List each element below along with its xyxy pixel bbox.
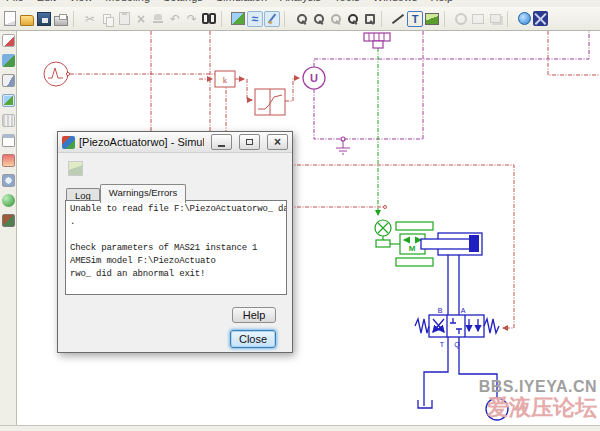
menu-help[interactable]: Help xyxy=(430,0,453,3)
frame-icon[interactable] xyxy=(470,11,486,27)
svg-text:U: U xyxy=(310,72,318,84)
new-document-icon[interactable] xyxy=(2,11,18,27)
log-line: Unable to read file F:\PiezoActuatorwo_ … xyxy=(70,203,282,216)
side-toolbar xyxy=(0,31,17,425)
hydraulic-lines xyxy=(424,337,497,406)
electrical-ground[interactable] xyxy=(336,137,350,154)
menu-edit[interactable]: Edit xyxy=(37,0,56,3)
log-line: Check parameters of MAS21 instance 1 xyxy=(70,242,282,255)
simulation-dialog: [PiezoActuatorwo] - Simulation... Log Wa… xyxy=(57,131,293,353)
zoom-in-icon[interactable] xyxy=(293,11,309,27)
image-tool-icon[interactable] xyxy=(424,11,440,27)
menu-file[interactable]: File xyxy=(6,0,24,3)
text-tool-icon[interactable] xyxy=(407,11,423,27)
menu-view[interactable]: View xyxy=(69,0,93,3)
cut-icon[interactable] xyxy=(82,11,98,27)
dialog-title-bar[interactable]: [PiezoActuatorwo] - Simulation... xyxy=(58,132,292,153)
close-button[interactable]: Close xyxy=(230,330,276,348)
directional-valve[interactable]: B A T Q xyxy=(415,307,499,349)
app-icon xyxy=(62,136,75,149)
svg-text:M: M xyxy=(409,244,416,253)
side-tool-6-icon[interactable] xyxy=(2,134,15,147)
side-tool-10-icon[interactable] xyxy=(2,214,15,227)
close-icon[interactable] xyxy=(267,134,288,150)
side-tool-5-icon[interactable] xyxy=(2,114,15,127)
tab-warnings-errors[interactable]: Warnings/Errors xyxy=(100,184,186,203)
side-tool-3-icon[interactable] xyxy=(2,74,15,87)
menu-windows[interactable]: Windows xyxy=(373,0,418,3)
side-tool-4-icon[interactable] xyxy=(2,94,15,107)
menu-tools[interactable]: Tools xyxy=(334,0,360,3)
mode-sketch-icon[interactable] xyxy=(264,11,280,27)
frame-copy-icon[interactable] xyxy=(487,11,503,27)
log-line: . xyxy=(70,216,282,229)
report-icon[interactable] xyxy=(533,11,548,26)
paste-icon[interactable] xyxy=(116,11,132,27)
highlight-icon[interactable] xyxy=(453,11,469,27)
minimize-icon[interactable] xyxy=(211,134,232,150)
pump[interactable] xyxy=(486,398,508,420)
side-tool-7-icon[interactable] xyxy=(2,154,15,167)
find-icon[interactable] xyxy=(201,11,217,27)
zoom-out-icon[interactable] xyxy=(310,11,326,27)
hydraulic-cylinder[interactable] xyxy=(421,233,482,315)
menu-settings[interactable]: Settings xyxy=(163,0,203,3)
toolbar-separator xyxy=(73,11,78,27)
svg-text:A: A xyxy=(461,307,466,314)
help-button[interactable]: Help xyxy=(232,307,276,323)
dialog-image-icon xyxy=(68,161,83,176)
dialog-title: [PiezoActuatorwo] - Simulation... xyxy=(79,136,204,148)
toolbar-separator xyxy=(444,11,449,27)
menu-bar: FileEditViewModelingSettingsSimulationAn… xyxy=(0,0,600,7)
zoom-full-icon[interactable] xyxy=(344,11,360,27)
preview-icon[interactable] xyxy=(230,11,246,27)
gain-block[interactable]: k xyxy=(215,71,235,87)
position-sensor[interactable] xyxy=(375,220,391,247)
copy-icon[interactable] xyxy=(99,11,115,27)
menu-simulation[interactable]: Simulation xyxy=(216,0,267,3)
log-line: AMESim model F:\PiezoActuato xyxy=(70,255,282,268)
toolbar-separator xyxy=(284,11,289,27)
menu-analysis[interactable]: Analysis xyxy=(280,0,321,3)
side-tool-2-icon[interactable] xyxy=(2,54,15,67)
redo-icon[interactable] xyxy=(184,11,200,27)
voltage-source[interactable]: U xyxy=(303,67,325,89)
amesim-window: FileEditViewModelingSettingsSimulationAn… xyxy=(0,0,600,431)
print-icon[interactable] xyxy=(53,11,69,27)
log-line xyxy=(70,229,282,242)
svg-text:k: k xyxy=(223,75,228,85)
side-tool-9-icon[interactable] xyxy=(2,194,15,207)
save-file-icon[interactable] xyxy=(36,11,52,27)
side-tool-1-icon[interactable] xyxy=(2,34,15,47)
saturation-block[interactable] xyxy=(255,89,285,115)
toolbar-separator xyxy=(221,11,226,27)
zoom-window-icon[interactable] xyxy=(361,11,377,27)
svg-text:T: T xyxy=(440,341,445,348)
status-bar xyxy=(0,425,600,431)
menu-bar-items: FileEditViewModelingSettingsSimulationAn… xyxy=(6,0,453,3)
maximize-icon[interactable] xyxy=(239,134,260,150)
stamp-icon[interactable] xyxy=(150,11,166,27)
zoom-previous-icon[interactable] xyxy=(327,11,343,27)
undo-icon[interactable] xyxy=(167,11,183,27)
web-icon[interactable] xyxy=(516,11,532,27)
signal-source[interactable] xyxy=(44,62,70,86)
mode-wave-icon[interactable] xyxy=(247,11,263,27)
piezo-actuator[interactable] xyxy=(364,33,390,48)
log-text[interactable]: Unable to read file F:\PiezoActuatorwo_ … xyxy=(65,200,287,295)
main-toolbar xyxy=(0,7,600,31)
delete-icon[interactable] xyxy=(133,11,149,27)
toolbar-separator xyxy=(381,11,386,27)
side-tool-8-icon[interactable] xyxy=(2,174,15,187)
toolbar-separator xyxy=(507,11,512,27)
menu-modeling[interactable]: Modeling xyxy=(105,0,150,3)
open-file-icon[interactable] xyxy=(19,11,35,27)
tank[interactable] xyxy=(418,400,432,408)
log-line: rwo_ did an abnormal exit! xyxy=(70,268,282,281)
svg-text:B: B xyxy=(438,307,443,314)
line-tool-icon[interactable] xyxy=(390,11,406,27)
